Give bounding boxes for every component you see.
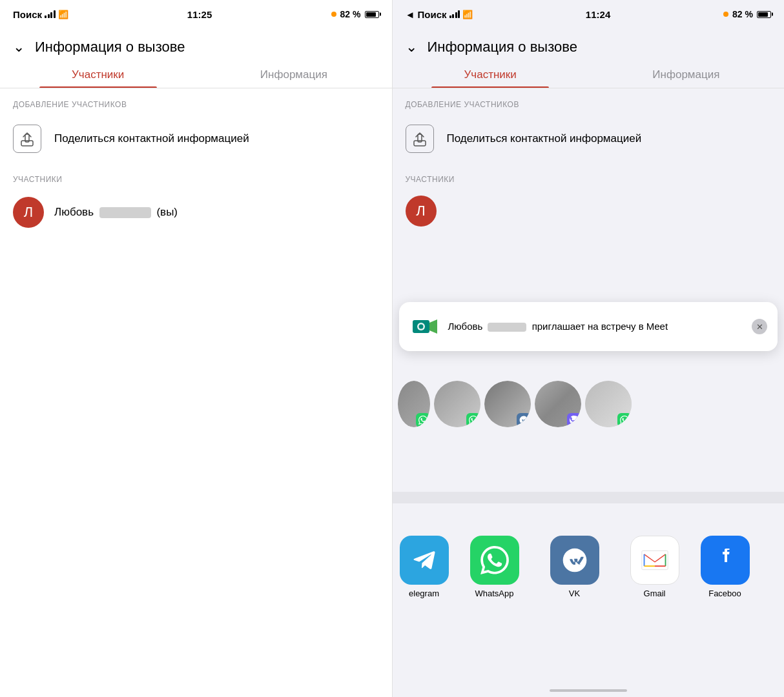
left-chevron-down-icon[interactable]: ⌄ xyxy=(13,39,25,56)
whatsapp-badge-1-icon xyxy=(466,413,480,427)
right-share-icon xyxy=(406,125,434,153)
left-battery-text: 82 % xyxy=(340,9,361,19)
left-section-participants-label: УЧАСТНИКИ xyxy=(0,163,392,189)
right-wifi-icon: 📶 xyxy=(462,10,473,19)
app-item-facebook[interactable]: Faceboo xyxy=(696,536,754,598)
svg-point-7 xyxy=(418,325,423,329)
left-participant-row: Л Любовь (вы) xyxy=(0,189,392,236)
left-share-icon xyxy=(13,125,41,153)
notification-name-blurred xyxy=(488,323,526,332)
right-carrier: ◄ Поиск 📶 xyxy=(406,9,473,20)
left-name-blurred xyxy=(99,207,151,218)
right-signal xyxy=(449,10,460,18)
right-participant-partial: Л xyxy=(393,189,785,233)
whatsapp-badge-4-icon xyxy=(617,413,632,427)
whatsapp-icon xyxy=(470,536,519,585)
app-item-telegram[interactable]: elegram xyxy=(395,536,453,598)
left-share-row[interactable]: Поделиться контактной информацией xyxy=(0,114,392,163)
left-panel: Поиск 📶 11:25 82 % ⌄ Информация о вызове… xyxy=(0,0,393,697)
right-status-dot xyxy=(723,12,728,17)
right-section-add-label: ДОБАВЛЕНИЕ УЧАСТНИКОВ xyxy=(393,88,785,114)
left-wifi-icon: 📶 xyxy=(58,10,68,19)
notification-text: Любовь приглашает на встречу в Meet xyxy=(448,320,745,333)
telegram-app-label: elegram xyxy=(409,589,439,598)
notification-close-button[interactable]: ✕ xyxy=(752,319,767,334)
left-page-title: Информация о вызове xyxy=(35,39,185,56)
right-panel: ◄ Поиск 📶 11:24 82 % ⌄ Информация о вызо… xyxy=(393,0,785,697)
vk-icon xyxy=(550,536,599,585)
contact-avatar-4[interactable] xyxy=(585,381,632,427)
gmail-app-label: Gmail xyxy=(644,589,666,598)
whatsapp-badge-icon xyxy=(416,413,430,427)
home-indicator xyxy=(550,689,627,692)
notification-message: приглашает на встречу в Meet xyxy=(532,321,668,332)
telegram-icon xyxy=(400,536,449,585)
left-signal xyxy=(45,10,56,18)
contact-avatar-1[interactable] xyxy=(434,381,480,427)
close-icon: ✕ xyxy=(756,322,763,332)
contacts-row xyxy=(393,374,785,434)
left-tab-info[interactable]: Информация xyxy=(196,61,391,88)
right-header: ⌄ Информация о вызове xyxy=(393,28,785,56)
vk-app-label: VK xyxy=(569,589,580,598)
contact-avatar-3[interactable] xyxy=(535,381,581,427)
right-participant-avatar: Л xyxy=(406,196,437,227)
vk-badge-icon xyxy=(517,413,531,427)
left-time: 11:25 xyxy=(187,9,212,20)
right-battery-icon xyxy=(757,11,771,18)
notification-name: Любовь xyxy=(448,321,483,332)
right-share-row[interactable]: Поделиться контактной информацией xyxy=(393,114,785,163)
right-tab-info[interactable]: Информация xyxy=(588,61,784,88)
app-item-whatsapp[interactable]: WhatsApp xyxy=(456,536,533,598)
left-status-dot xyxy=(331,12,336,17)
app-item-gmail[interactable]: Gmail xyxy=(616,536,694,598)
left-tab-participants[interactable]: Участники xyxy=(0,61,196,88)
left-participant-avatar: Л xyxy=(13,197,44,228)
contact-avatar-2[interactable] xyxy=(484,381,531,427)
svg-rect-3 xyxy=(414,141,426,146)
right-status-bar: ◄ Поиск 📶 11:24 82 % xyxy=(393,0,785,28)
right-share-icon-svg xyxy=(413,130,427,147)
left-section-add-label: ДОБАВЛЕНИЕ УЧАСТНИКОВ xyxy=(0,88,392,114)
right-section-participants-label: УЧАСТНИКИ xyxy=(393,163,785,189)
left-tabs: Участники Информация xyxy=(0,61,392,88)
left-battery-icon xyxy=(365,11,379,18)
viber-badge-icon xyxy=(567,413,581,427)
separator-bar xyxy=(393,492,785,503)
right-tab-participants[interactable]: Участники xyxy=(393,61,588,88)
contact-avatar-partial[interactable] xyxy=(398,381,430,427)
facebook-app-label: Faceboo xyxy=(708,589,741,598)
left-participant-name: Любовь (вы) xyxy=(54,206,178,219)
right-chevron-down-icon[interactable]: ⌄ xyxy=(406,39,417,56)
gmail-icon xyxy=(630,536,679,585)
facebook-icon xyxy=(701,536,750,585)
meet-app-icon xyxy=(409,311,440,342)
right-page-title: Информация о вызове xyxy=(428,39,577,56)
right-time: 11:24 xyxy=(586,9,610,20)
notification-banner[interactable]: Любовь приглашает на встречу в Meet ✕ xyxy=(399,302,778,351)
left-share-text: Поделиться контактной информацией xyxy=(54,132,249,146)
right-battery-text: 82 % xyxy=(732,9,753,19)
share-icon-svg xyxy=(20,130,34,147)
right-tabs: Участники Информация xyxy=(393,61,785,88)
app-icons-row: elegram WhatsApp VK xyxy=(393,529,785,605)
app-item-vk[interactable]: VK xyxy=(536,536,614,598)
right-share-text: Поделиться контактной информацией xyxy=(447,132,642,146)
svg-rect-1 xyxy=(21,141,33,146)
left-header: ⌄ Информация о вызове xyxy=(0,28,392,56)
whatsapp-app-label: WhatsApp xyxy=(475,589,514,598)
left-status-bar: Поиск 📶 11:25 82 % xyxy=(0,0,392,28)
meet-icon-svg xyxy=(409,311,440,342)
left-carrier: Поиск 📶 xyxy=(13,9,68,20)
